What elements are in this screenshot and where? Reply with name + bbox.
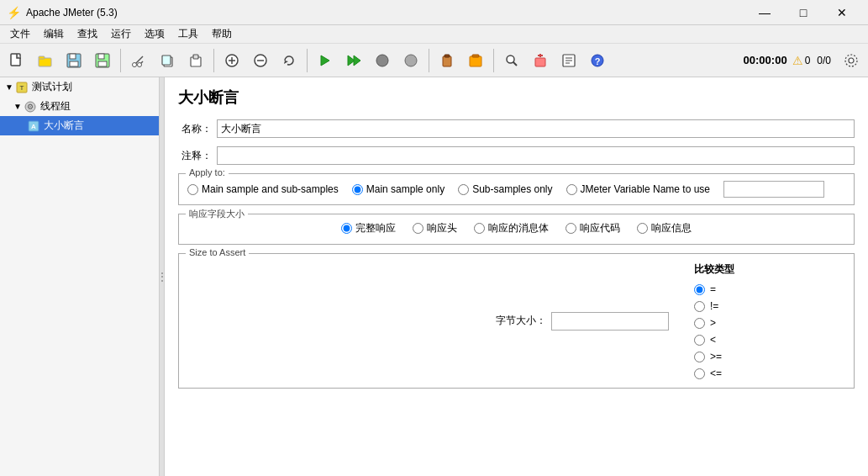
apply-to-options: Main sample and sub-samples Main sample …: [187, 181, 845, 198]
comment-label: 注释：: [178, 149, 212, 163]
resp-body[interactable]: 响应的消息体: [474, 221, 549, 235]
compare-lt-radio[interactable]: [694, 335, 705, 346]
resp-body-radio[interactable]: [474, 223, 485, 234]
compare-neq[interactable]: !=: [694, 300, 845, 312]
panel-title: 大小断言: [178, 87, 855, 108]
tree-item-test-plan[interactable]: ▼ T 测试计划: [0, 77, 159, 97]
compare-neq-radio[interactable]: [694, 301, 705, 312]
remove-button[interactable]: [247, 47, 274, 74]
left-panel: ▼ T 测试计划 ▼ ⚙ 线程组 A 大小断言: [0, 77, 160, 476]
apply-jmeter-var-label: JMeter Variable Name to use: [581, 183, 711, 195]
svg-text:⚙: ⚙: [27, 103, 34, 111]
save-button[interactable]: [89, 47, 116, 74]
thread-group-label: 线程组: [40, 99, 71, 114]
jar1-button[interactable]: [434, 47, 460, 74]
jmeter-var-input[interactable]: [723, 181, 824, 198]
stop-button[interactable]: [369, 47, 396, 74]
titlebar: ⚡ Apache JMeter (5.3) — □ ✕: [0, 0, 868, 25]
ratio-display: 0/0: [817, 55, 831, 66]
resp-body-label: 响应的消息体: [488, 221, 549, 235]
resp-code-label: 响应代码: [580, 221, 620, 235]
close-button[interactable]: ✕: [823, 0, 861, 25]
svg-rect-0: [11, 54, 20, 66]
apply-main-sub-radio[interactable]: [187, 184, 198, 195]
menu-find[interactable]: 查找: [71, 25, 104, 43]
menu-tools[interactable]: 工具: [171, 25, 205, 43]
compare-eq-radio[interactable]: [694, 284, 705, 295]
comment-input[interactable]: [217, 146, 855, 165]
svg-text:A: A: [31, 123, 36, 130]
svg-rect-8: [98, 61, 107, 66]
paste-button[interactable]: [182, 47, 209, 74]
reset-button[interactable]: [276, 47, 302, 74]
menu-edit[interactable]: 编辑: [37, 25, 71, 43]
svg-rect-16: [193, 55, 198, 59]
menu-help[interactable]: 帮助: [205, 25, 239, 43]
copy-button[interactable]: [154, 47, 181, 74]
log-button[interactable]: [555, 47, 582, 74]
start-no-pause-button[interactable]: [340, 47, 367, 74]
menu-run[interactable]: 运行: [104, 25, 138, 43]
apply-sub-only-radio[interactable]: [458, 184, 469, 195]
help-button[interactable]: ?: [584, 47, 611, 74]
resp-message-radio[interactable]: [637, 223, 648, 234]
resp-message-label: 响应信息: [651, 221, 692, 235]
resp-message[interactable]: 响应信息: [637, 221, 692, 235]
svg-rect-30: [472, 55, 479, 57]
apply-main-only[interactable]: Main sample only: [352, 183, 445, 195]
apply-main-only-radio[interactable]: [352, 184, 363, 195]
svg-rect-29: [470, 56, 481, 66]
test-plan-icon: T: [15, 81, 29, 94]
byte-size-input[interactable]: [551, 312, 669, 331]
compare-gt-radio[interactable]: [694, 318, 705, 329]
svg-point-42: [849, 58, 854, 63]
name-label: 名称：: [178, 122, 212, 136]
resp-header-label: 响应头: [427, 221, 457, 235]
size-assertion-label: 大小断言: [44, 119, 84, 133]
settings-button[interactable]: [838, 47, 865, 74]
test-plan-label: 测试计划: [32, 80, 72, 94]
compare-lt-label: <: [710, 334, 716, 346]
resp-header-radio[interactable]: [413, 223, 423, 234]
resp-full[interactable]: 完整响应: [341, 221, 396, 235]
apply-jmeter-var[interactable]: JMeter Variable Name to use: [566, 183, 711, 195]
clear-button[interactable]: [527, 47, 554, 74]
shutdown-button[interactable]: [397, 47, 424, 74]
name-input[interactable]: [217, 119, 855, 138]
svg-rect-2: [39, 56, 45, 59]
resp-code-radio[interactable]: [566, 223, 576, 234]
apply-sub-only[interactable]: Sub-samples only: [458, 183, 552, 195]
resp-code[interactable]: 响应代码: [566, 221, 620, 235]
expand-arrow-thread-group: ▼: [13, 102, 22, 111]
open-button[interactable]: [32, 47, 59, 74]
response-field-group: 响应字段大小 完整响应 响应头 响应的消息体 响应代码: [178, 214, 855, 245]
compare-lte[interactable]: <=: [694, 368, 845, 379]
menu-file[interactable]: 文件: [3, 25, 37, 43]
add-button[interactable]: [218, 47, 245, 74]
tree-item-size-assertion[interactable]: A 大小断言: [0, 116, 159, 135]
maximize-button[interactable]: □: [784, 0, 823, 25]
svg-rect-33: [535, 58, 545, 66]
svg-text:?: ?: [595, 56, 601, 66]
resp-full-radio[interactable]: [341, 223, 352, 234]
cut-button[interactable]: [125, 47, 152, 74]
timer-display: 00:00:00: [744, 54, 787, 66]
tree-item-thread-group[interactable]: ▼ ⚙ 线程组: [0, 97, 159, 116]
resp-header[interactable]: 响应头: [413, 221, 457, 235]
apply-jmeter-var-radio[interactable]: [566, 184, 577, 195]
byte-size-section: 字节大小：: [187, 262, 677, 379]
menu-options[interactable]: 选项: [138, 25, 171, 43]
new-button[interactable]: [3, 47, 30, 74]
compare-lte-radio[interactable]: [694, 368, 705, 379]
minimize-button[interactable]: —: [745, 0, 784, 25]
compare-lt[interactable]: <: [694, 334, 845, 346]
search-button[interactable]: [498, 47, 525, 74]
compare-gte[interactable]: >=: [694, 351, 845, 362]
start-button[interactable]: [312, 47, 339, 74]
compare-gt[interactable]: >: [694, 317, 845, 329]
apply-main-sub[interactable]: Main sample and sub-samples: [187, 183, 339, 195]
jar2-button[interactable]: [462, 47, 489, 74]
compare-gte-radio[interactable]: [694, 352, 705, 362]
compare-eq[interactable]: =: [694, 283, 845, 295]
save-template-button[interactable]: [60, 47, 87, 74]
